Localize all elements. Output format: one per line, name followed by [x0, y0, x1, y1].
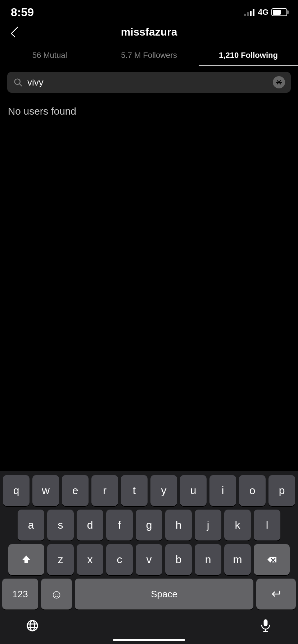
key-s[interactable]: s	[47, 510, 74, 540]
key-g[interactable]: g	[136, 510, 162, 540]
globe-icon	[26, 619, 39, 632]
key-p[interactable]: p	[268, 475, 295, 506]
no-users-message: No users found	[0, 98, 298, 124]
key-o[interactable]: o	[239, 475, 266, 506]
battery-icon	[271, 8, 287, 16]
key-n[interactable]: n	[195, 544, 221, 575]
delete-key[interactable]	[254, 544, 290, 575]
key-y[interactable]: y	[150, 475, 177, 506]
key-x[interactable]: x	[77, 544, 103, 575]
key-e[interactable]: e	[62, 475, 89, 506]
key-r[interactable]: r	[91, 475, 118, 506]
key-v[interactable]: v	[136, 544, 162, 575]
search-container: vivy	[0, 66, 298, 98]
shift-icon	[21, 554, 32, 565]
key-f[interactable]: f	[106, 510, 133, 540]
key-w[interactable]: w	[32, 475, 59, 506]
key-d[interactable]: d	[77, 510, 103, 540]
tab-mutual[interactable]: 56 Mutual	[0, 45, 99, 66]
key-b[interactable]: b	[165, 544, 192, 575]
key-c[interactable]: c	[106, 544, 133, 575]
mic-button[interactable]	[255, 617, 276, 635]
clear-icon	[276, 79, 282, 85]
key-t[interactable]: t	[121, 475, 148, 506]
search-box: vivy	[7, 72, 291, 93]
tab-following[interactable]: 1,210 Following	[199, 45, 298, 66]
key-k[interactable]: k	[224, 510, 251, 540]
return-key[interactable]	[256, 579, 296, 610]
shift-key[interactable]	[8, 544, 44, 575]
key-i[interactable]: i	[209, 475, 236, 506]
home-indicator	[113, 639, 185, 641]
return-icon	[270, 589, 283, 599]
numbers-key[interactable]: 123	[2, 579, 38, 610]
signal-icon	[244, 8, 254, 16]
tab-followers[interactable]: 5.7 M Followers	[99, 45, 199, 66]
key-a[interactable]: a	[18, 510, 44, 540]
keyboard-accessory-bar	[0, 613, 298, 639]
header: missfazura	[0, 19, 298, 45]
svg-line-1	[19, 84, 22, 86]
delete-icon	[266, 555, 277, 564]
svg-point-4	[27, 621, 38, 631]
key-m[interactable]: m	[224, 544, 251, 575]
keyboard: q w e r t y u i o p a s d f g h j k l	[0, 471, 298, 644]
key-l[interactable]: l	[254, 510, 280, 540]
status-bar: 8:59 4G	[0, 0, 298, 19]
back-button[interactable]	[7, 23, 25, 41]
key-h[interactable]: h	[165, 510, 192, 540]
key-j[interactable]: j	[195, 510, 221, 540]
key-u[interactable]: u	[180, 475, 207, 506]
tabs-bar: 56 Mutual 5.7 M Followers 1,210 Followin…	[0, 45, 298, 66]
key-q[interactable]: q	[3, 475, 30, 506]
globe-button[interactable]	[22, 617, 43, 635]
emoji-key[interactable]: ☺	[41, 579, 72, 610]
svg-point-5	[30, 621, 35, 631]
svg-rect-8	[264, 619, 268, 626]
keyboard-bottom-row: 123 ☺ Space	[0, 579, 298, 610]
page-title: missfazura	[121, 26, 177, 38]
keyboard-row-2: a s d f g h j k l	[2, 510, 296, 540]
search-input[interactable]: vivy	[27, 77, 268, 88]
keyboard-row-3: z x c v b n m	[2, 544, 296, 575]
status-time: 8:59	[11, 6, 34, 19]
search-clear-button[interactable]	[273, 76, 285, 88]
keyboard-row-1: q w e r t y u i o p	[2, 475, 296, 506]
space-key[interactable]: Space	[75, 579, 253, 610]
search-icon	[13, 77, 23, 87]
mic-icon	[259, 619, 272, 632]
key-z[interactable]: z	[47, 544, 74, 575]
network-label: 4G	[258, 8, 268, 17]
back-chevron-icon	[10, 26, 22, 37]
status-icons: 4G	[244, 8, 287, 17]
